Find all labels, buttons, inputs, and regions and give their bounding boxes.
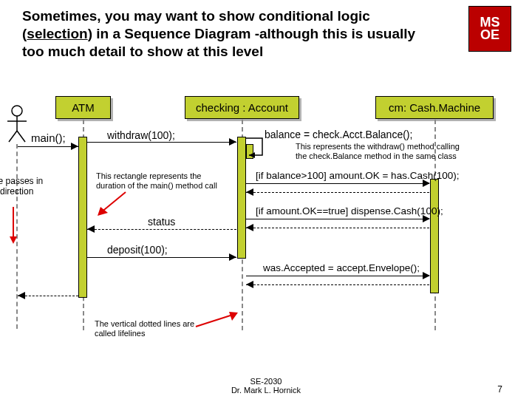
svg-line-6 (100, 192, 126, 213)
arrowhead-wasaccepted-return (246, 281, 253, 288)
red-arrow-lifeline (192, 310, 244, 332)
arrow-amountok (246, 183, 429, 184)
arrowhead-amountok (423, 180, 430, 187)
object-cm-label: cm: Cash.Machine (389, 101, 480, 114)
msoe-logo: MS OE (468, 6, 511, 52)
footer-course: SE-2030 (250, 377, 282, 386)
arrowhead-dispense (423, 215, 430, 222)
note-withdraw: This represents the withdraw() method ca… (296, 142, 469, 160)
svg-line-3 (9, 131, 17, 142)
svg-point-0 (12, 106, 22, 116)
sequence-diagram: ATM checking : Account cm: Cash.Machine … (0, 96, 532, 369)
arrowhead-withdraw (229, 138, 236, 146)
arrow-amountok-return (246, 192, 429, 193)
arrowhead-deposit (229, 253, 236, 261)
note-time: Time passes in this direction (0, 176, 58, 197)
object-checking: checking : Account (185, 96, 299, 119)
activation-checking (237, 137, 246, 259)
arrowhead-status (87, 225, 95, 233)
arrow-status (87, 229, 236, 230)
message-deposit: deposit(100); (107, 244, 168, 256)
message-main: main(); (31, 132, 66, 144)
arrow-deposit (87, 257, 236, 258)
object-atm: ATM (55, 96, 111, 119)
arrow-main (18, 146, 78, 147)
arrow-balance-self (246, 134, 268, 161)
arrow-wasaccepted-return (246, 284, 429, 285)
arrow-wasaccepted (246, 276, 429, 276)
arrowhead-dispense-return (246, 224, 253, 231)
footer: SE-2030 Dr. Mark L. Hornick (0, 377, 532, 395)
arrow-main-return (18, 296, 78, 296)
message-balance: balance = check.Acct.Balance(); (265, 129, 412, 140)
arrowhead-main (71, 143, 78, 150)
arrow-withdraw (87, 142, 236, 143)
arrowhead-main-return (18, 292, 25, 299)
arrow-dispense (246, 219, 429, 219)
message-status: status (148, 216, 175, 228)
logo-mid: OE (480, 29, 499, 41)
red-arrow-rect (96, 191, 133, 220)
footer-author: Dr. Mark L. Hornick (231, 386, 301, 395)
arrow-dispense-return (246, 228, 429, 228)
note-rect: This rectangle represents the duration o… (96, 171, 225, 190)
page-number: 7 (497, 384, 502, 395)
message-dispense: [if amount.OK==true] dispense.Cash(100); (256, 205, 443, 216)
object-atm-label: ATM (72, 101, 95, 114)
activation-cm (430, 179, 439, 293)
arrowhead-wasaccepted (423, 272, 430, 279)
slide-title: Sometimes, you may want to show conditio… (22, 7, 421, 60)
svg-line-8 (196, 314, 235, 327)
actor-icon (6, 103, 28, 144)
message-withdraw: withdraw(100); (107, 129, 175, 141)
svg-line-4 (17, 131, 25, 142)
activation-atm-main (78, 137, 87, 298)
title-underline: selection (27, 26, 87, 41)
arrowhead-amountok-return (246, 188, 253, 196)
red-arrow-time (6, 205, 21, 246)
message-wasaccepted: was.Accepted = accept.Envelope(); (263, 262, 420, 273)
object-checking-label: checking : Account (196, 101, 288, 114)
svg-marker-5 (249, 152, 255, 158)
svg-marker-11 (10, 236, 17, 244)
object-cm: cm: Cash.Machine (375, 96, 494, 119)
